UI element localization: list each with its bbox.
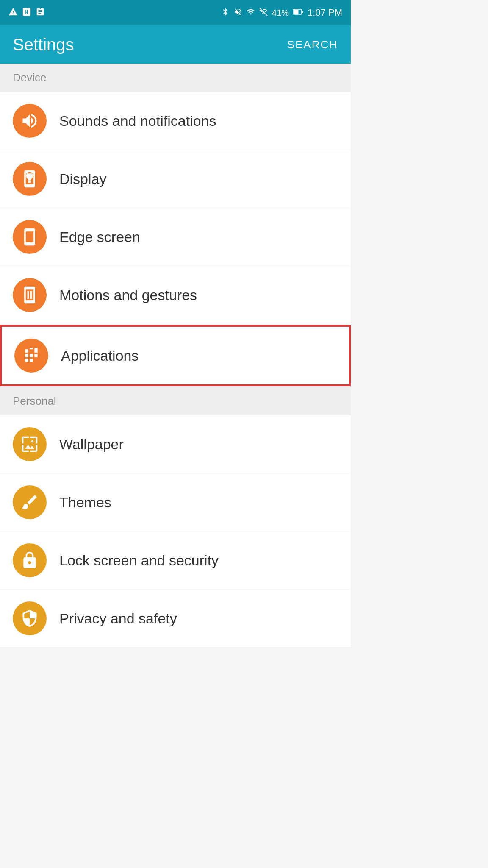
- bluetooth-icon: [221, 8, 230, 18]
- edge-icon-circle: [13, 220, 47, 254]
- clipboard-icon: [36, 7, 45, 19]
- settings-item-display[interactable]: Display: [0, 150, 351, 208]
- signal-icon: [259, 8, 268, 18]
- sounds-icon-circle: [13, 104, 47, 138]
- edge-label: Edge screen: [59, 229, 140, 245]
- warning-icon: [8, 7, 18, 19]
- sound-off-icon: [234, 8, 242, 18]
- search-button[interactable]: SEARCH: [287, 38, 338, 51]
- applications-label: Applications: [61, 348, 139, 364]
- wallpaper-icon-circle: [13, 427, 47, 461]
- themes-icon: [20, 493, 39, 512]
- privacy-icon-circle: [13, 601, 47, 635]
- settings-item-privacy[interactable]: Privacy and safety: [0, 590, 351, 648]
- themes-icon-circle: [13, 485, 47, 519]
- settings-item-themes[interactable]: Themes: [0, 473, 351, 531]
- status-right-icons: 41% 1:07 PM: [221, 7, 342, 18]
- motion-icon: [20, 286, 39, 304]
- apps-icon: [22, 346, 41, 365]
- svg-rect-2: [294, 10, 299, 14]
- section-device-header: Device: [0, 64, 351, 92]
- lock-icon-circle: [13, 543, 47, 577]
- status-time: 1:07 PM: [308, 7, 342, 18]
- privacy-label: Privacy and safety: [59, 610, 177, 627]
- display-icon-circle: [13, 162, 47, 196]
- sounds-label: Sounds and notifications: [59, 113, 216, 129]
- display-icon: [20, 170, 39, 188]
- page-title: Settings: [13, 35, 74, 54]
- status-left-icons: [8, 7, 45, 19]
- section-personal-header: Personal: [0, 387, 351, 415]
- motions-icon-circle: [13, 278, 47, 312]
- edge-icon: [20, 228, 39, 246]
- motions-label: Motions and gestures: [59, 287, 197, 303]
- wallpaper-icon: [20, 435, 39, 453]
- battery-percentage: 41%: [272, 8, 289, 18]
- themes-label: Themes: [59, 494, 111, 511]
- wallpaper-label: Wallpaper: [59, 436, 124, 453]
- settings-item-motions[interactable]: Motions and gestures: [0, 266, 351, 324]
- sound-icon: [20, 111, 39, 130]
- settings-item-applications[interactable]: Applications: [0, 325, 351, 386]
- settings-item-edge-screen[interactable]: Edge screen: [0, 208, 351, 266]
- status-bar: 41% 1:07 PM: [0, 0, 351, 25]
- display-label: Display: [59, 171, 106, 187]
- lock-icon: [20, 551, 39, 570]
- nfc-icon: [22, 7, 31, 19]
- settings-item-lockscreen[interactable]: Lock screen and security: [0, 531, 351, 590]
- privacy-icon: [20, 609, 39, 628]
- wifi-icon: [247, 8, 255, 18]
- svg-rect-1: [302, 11, 303, 13]
- lockscreen-label: Lock screen and security: [59, 552, 219, 569]
- app-header: Settings SEARCH: [0, 25, 351, 64]
- apps-icon-circle: [14, 339, 48, 373]
- settings-item-wallpaper[interactable]: Wallpaper: [0, 415, 351, 473]
- settings-item-sounds[interactable]: Sounds and notifications: [0, 92, 351, 150]
- battery-icon: [293, 8, 303, 18]
